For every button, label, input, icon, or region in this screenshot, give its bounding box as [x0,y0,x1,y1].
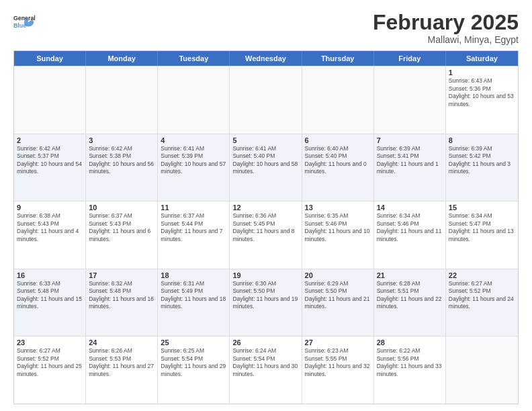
day-info: Sunrise: 6:22 AMSunset: 5:56 PMDaylight:… [377,347,443,378]
cal-cell-3-7: 15 Sunrise: 6:34 AMSunset: 5:47 PMDaylig… [446,201,518,269]
day-info: Sunrise: 6:40 AMSunset: 5:40 PMDaylight:… [305,145,371,176]
day-info: Sunrise: 6:41 AMSunset: 5:39 PMDaylight:… [161,145,226,176]
cal-cell-4-7: 22 Sunrise: 6:27 AMSunset: 5:52 PMDaylig… [446,269,518,336]
day-number: 2 [17,136,83,144]
day-info: Sunrise: 6:38 AMSunset: 5:43 PMDaylight:… [17,212,83,243]
header-tuesday: Tuesday [158,51,230,66]
day-number: 9 [17,203,83,212]
day-info: Sunrise: 6:32 AMSunset: 5:48 PMDaylight:… [89,280,154,311]
day-number: 25 [161,338,226,347]
day-info: Sunrise: 6:31 AMSunset: 5:49 PMDaylight:… [161,280,226,311]
day-number: 4 [161,136,226,144]
day-number: 16 [17,271,83,279]
day-number: 23 [17,338,83,347]
day-number: 3 [89,136,154,144]
day-info: Sunrise: 6:33 AMSunset: 5:48 PMDaylight:… [17,280,83,311]
cal-cell-2-5: 6 Sunrise: 6:40 AMSunset: 5:40 PMDayligh… [302,134,374,201]
day-number: 14 [377,203,443,212]
cal-week-3: 9 Sunrise: 6:38 AMSunset: 5:43 PMDayligh… [14,201,518,269]
cal-cell-1-1 [14,66,86,134]
day-number: 8 [449,136,515,144]
day-info: Sunrise: 6:42 AMSunset: 5:37 PMDaylight:… [17,145,83,176]
day-info: Sunrise: 6:24 AMSunset: 5:54 PMDaylight:… [232,347,298,378]
header-friday: Friday [374,51,446,66]
cal-cell-4-5: 20 Sunrise: 6:29 AMSunset: 5:50 PMDaylig… [302,269,374,336]
day-number: 21 [377,271,443,279]
cal-week-2: 2 Sunrise: 6:42 AMSunset: 5:37 PMDayligh… [14,134,518,201]
cal-cell-4-2: 17 Sunrise: 6:32 AMSunset: 5:48 PMDaylig… [86,269,158,336]
cal-cell-3-1: 9 Sunrise: 6:38 AMSunset: 5:43 PMDayligh… [14,201,86,269]
cal-cell-2-7: 8 Sunrise: 6:39 AMSunset: 5:42 PMDayligh… [446,134,518,201]
cal-cell-1-7: 1 Sunrise: 6:43 AMSunset: 5:36 PMDayligh… [446,66,518,134]
header-sunday: Sunday [14,51,86,66]
day-number: 18 [161,271,226,279]
cal-cell-3-4: 12 Sunrise: 6:36 AMSunset: 5:45 PMDaylig… [230,201,302,269]
day-info: Sunrise: 6:34 AMSunset: 5:46 PMDaylight:… [377,212,443,243]
day-info: Sunrise: 6:29 AMSunset: 5:50 PMDaylight:… [305,280,371,311]
day-info: Sunrise: 6:37 AMSunset: 5:43 PMDaylight:… [89,212,154,243]
day-info: Sunrise: 6:35 AMSunset: 5:46 PMDaylight:… [305,212,371,243]
svg-text:Blue: Blue [13,22,26,29]
cal-cell-3-3: 11 Sunrise: 6:37 AMSunset: 5:44 PMDaylig… [158,201,230,269]
cal-cell-5-5: 27 Sunrise: 6:23 AMSunset: 5:55 PMDaylig… [302,336,374,404]
cal-week-4: 16 Sunrise: 6:33 AMSunset: 5:48 PMDaylig… [14,269,518,336]
cal-cell-2-4: 5 Sunrise: 6:41 AMSunset: 5:40 PMDayligh… [230,134,302,201]
cal-cell-5-4: 26 Sunrise: 6:24 AMSunset: 5:54 PMDaylig… [230,336,302,404]
calendar: Sunday Monday Tuesday Wednesday Thursday… [13,50,519,404]
cal-cell-1-4 [230,66,302,134]
day-info: Sunrise: 6:34 AMSunset: 5:47 PMDaylight:… [449,212,515,243]
header-saturday: Saturday [446,51,518,66]
cal-cell-4-6: 21 Sunrise: 6:28 AMSunset: 5:51 PMDaylig… [374,269,446,336]
cal-cell-4-4: 19 Sunrise: 6:30 AMSunset: 5:50 PMDaylig… [230,269,302,336]
header-monday: Monday [86,51,158,66]
calendar-header: Sunday Monday Tuesday Wednesday Thursday… [14,51,518,66]
day-number: 28 [377,338,443,347]
day-info: Sunrise: 6:30 AMSunset: 5:50 PMDaylight:… [232,280,298,311]
header-thursday: Thursday [302,51,374,66]
cal-cell-2-1: 2 Sunrise: 6:42 AMSunset: 5:37 PMDayligh… [14,134,86,201]
cal-cell-2-2: 3 Sunrise: 6:42 AMSunset: 5:38 PMDayligh… [86,134,158,201]
calendar-body: 1 Sunrise: 6:43 AMSunset: 5:36 PMDayligh… [14,66,518,404]
logo: General Blue [13,11,35,35]
cal-cell-1-6 [374,66,446,134]
day-number: 10 [89,203,154,212]
day-info: Sunrise: 6:28 AMSunset: 5:51 PMDaylight:… [377,280,443,311]
day-number: 1 [449,68,515,77]
cal-cell-5-2: 24 Sunrise: 6:26 AMSunset: 5:53 PMDaylig… [86,336,158,404]
day-info: Sunrise: 6:39 AMSunset: 5:42 PMDaylight:… [449,145,515,176]
cal-week-5: 23 Sunrise: 6:27 AMSunset: 5:52 PMDaylig… [14,336,518,404]
day-number: 11 [161,203,226,212]
cal-cell-1-2 [86,66,158,134]
cal-cell-4-3: 18 Sunrise: 6:31 AMSunset: 5:49 PMDaylig… [158,269,230,336]
cal-cell-1-5 [302,66,374,134]
day-info: Sunrise: 6:23 AMSunset: 5:55 PMDaylight:… [305,347,371,378]
day-info: Sunrise: 6:36 AMSunset: 5:45 PMDaylight:… [232,212,298,243]
cal-cell-2-3: 4 Sunrise: 6:41 AMSunset: 5:39 PMDayligh… [158,134,230,201]
day-number: 19 [232,271,298,279]
cal-cell-3-6: 14 Sunrise: 6:34 AMSunset: 5:46 PMDaylig… [374,201,446,269]
day-info: Sunrise: 6:43 AMSunset: 5:36 PMDaylight:… [449,77,515,108]
day-number: 26 [232,338,298,347]
day-info: Sunrise: 6:26 AMSunset: 5:53 PMDaylight:… [89,347,154,378]
sub-title: Mallawi, Minya, Egypt [373,34,519,45]
day-number: 24 [89,338,154,347]
day-info: Sunrise: 6:37 AMSunset: 5:44 PMDaylight:… [161,212,226,243]
main-title: February 2025 [373,11,519,34]
day-number: 13 [305,203,371,212]
day-info: Sunrise: 6:39 AMSunset: 5:41 PMDaylight:… [377,145,443,176]
cal-cell-1-3 [158,66,230,134]
day-number: 12 [232,203,298,212]
day-info: Sunrise: 6:27 AMSunset: 5:52 PMDaylight:… [449,280,515,311]
page: General Blue February 2025 Mallawi, Miny… [0,0,532,411]
day-number: 20 [305,271,371,279]
cal-week-1: 1 Sunrise: 6:43 AMSunset: 5:36 PMDayligh… [14,66,518,134]
day-number: 7 [377,136,443,144]
day-info: Sunrise: 6:41 AMSunset: 5:40 PMDaylight:… [232,145,298,176]
title-area: February 2025 Mallawi, Minya, Egypt [373,11,519,45]
cal-cell-3-5: 13 Sunrise: 6:35 AMSunset: 5:46 PMDaylig… [302,201,374,269]
day-info: Sunrise: 6:42 AMSunset: 5:38 PMDaylight:… [89,145,154,176]
day-number: 27 [305,338,371,347]
cal-cell-3-2: 10 Sunrise: 6:37 AMSunset: 5:43 PMDaylig… [86,201,158,269]
cal-cell-4-1: 16 Sunrise: 6:33 AMSunset: 5:48 PMDaylig… [14,269,86,336]
day-number: 22 [449,271,515,279]
